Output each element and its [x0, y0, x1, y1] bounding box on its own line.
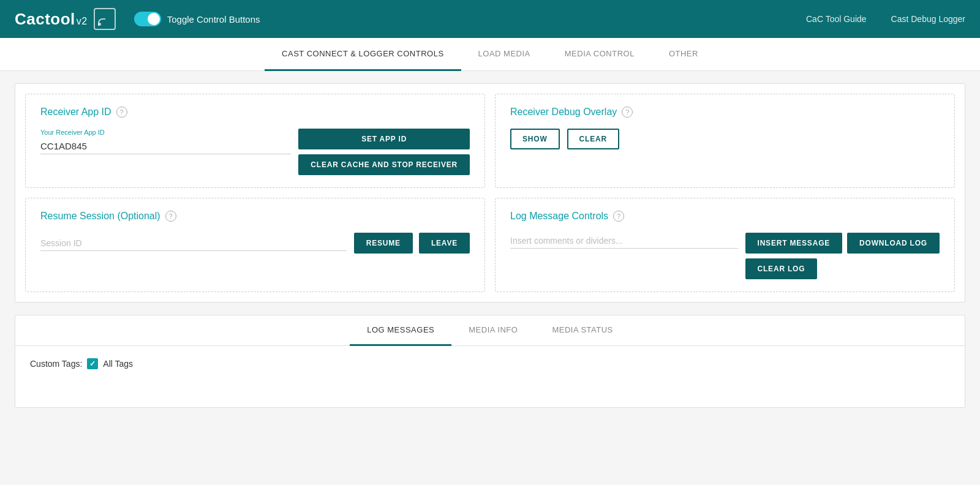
log-buttons-row-2: CLEAR LOG — [745, 258, 940, 279]
nav-cac-tool-guide[interactable]: CaC Tool Guide — [806, 14, 867, 24]
resume-session-buttons: RESUME LEAVE — [354, 233, 470, 254]
receiver-app-id-help-icon[interactable]: ? — [116, 107, 127, 118]
clear-cache-button[interactable]: CLEAR CACHE AND STOP RECEIVER — [298, 154, 470, 175]
log-input-area — [510, 233, 738, 249]
log-buttons: INSERT MESSAGE DOWNLOAD LOG CLEAR LOG — [745, 233, 940, 279]
tab-load-media[interactable]: LOAD MEDIA — [461, 38, 548, 71]
log-buttons-row-1: INSERT MESSAGE DOWNLOAD LOG — [745, 233, 940, 254]
bottom-tab-log-messages[interactable]: LOG MESSAGES — [350, 315, 451, 346]
receiver-app-id-buttons: SET APP ID CLEAR CACHE AND STOP RECEIVER — [298, 129, 470, 175]
receiver-app-id-actions: Your Receiver App ID SET APP ID CLEAR CA… — [40, 129, 470, 175]
logo-text: Cactoolv2 — [15, 10, 88, 29]
logo-version: v2 — [77, 16, 88, 26]
show-debug-button[interactable]: SHOW — [510, 129, 560, 149]
logo: Cactoolv2 — [15, 8, 116, 30]
resume-session-help-icon[interactable]: ? — [165, 211, 176, 222]
log-message-controls-help-icon[interactable]: ? — [613, 211, 624, 222]
toggle-switch[interactable] — [134, 12, 161, 26]
receiver-app-id-input-area: Your Receiver App ID — [40, 129, 291, 154]
bottom-content-area: Custom Tags: All Tags — [15, 346, 965, 407]
receiver-app-id-input-label: Your Receiver App ID — [40, 129, 291, 136]
receiver-app-id-input[interactable] — [40, 138, 291, 154]
nav-cast-debug-logger[interactable]: Cast Debug Logger — [891, 14, 965, 24]
leave-button[interactable]: LEAVE — [419, 233, 470, 254]
log-comment-input[interactable] — [510, 233, 738, 249]
tab-other[interactable]: OTHER — [652, 38, 715, 71]
receiver-app-id-panel: Receiver App ID ? Your Receiver App ID S… — [25, 94, 485, 188]
clear-debug-button[interactable]: CLEAR — [567, 129, 619, 149]
tab-media-control[interactable]: MEDIA CONTROL — [548, 38, 652, 71]
header-nav: CaC Tool Guide Cast Debug Logger — [806, 14, 965, 24]
tab-cast-connect[interactable]: CAST CONNECT & LOGGER CONTROLS — [265, 38, 461, 71]
clear-log-button[interactable]: CLEAR LOG — [745, 258, 818, 279]
toggle-label: Toggle Control Buttons — [167, 14, 260, 24]
session-id-input[interactable] — [40, 235, 347, 251]
all-tags-label: All Tags — [103, 359, 133, 369]
log-message-controls-panel: Log Message Controls ? INSERT MESSAGE DO… — [495, 198, 955, 292]
bottom-tabs-bar: LOG MESSAGES MEDIA INFO MEDIA STATUS — [15, 315, 965, 346]
download-log-button[interactable]: DOWNLOAD LOG — [847, 233, 940, 254]
receiver-debug-buttons: SHOW CLEAR — [510, 129, 940, 149]
resume-session-actions: RESUME LEAVE — [40, 233, 470, 254]
custom-tags-row: Custom Tags: All Tags — [30, 358, 950, 369]
main-content: Receiver App ID ? Your Receiver App ID S… — [0, 71, 980, 420]
session-id-input-area — [40, 235, 347, 251]
log-panel-content: INSERT MESSAGE DOWNLOAD LOG CLEAR LOG — [510, 233, 940, 279]
resume-button[interactable]: RESUME — [354, 233, 413, 254]
custom-tags-label: Custom Tags: — [30, 359, 82, 369]
receiver-app-id-title: Receiver App ID ? — [40, 107, 470, 118]
resume-session-panel: Resume Session (Optional) ? RESUME LEAVE — [25, 198, 485, 292]
cast-icon-dot — [98, 23, 101, 26]
resume-session-title: Resume Session (Optional) ? — [40, 211, 470, 222]
bottom-section: LOG MESSAGES MEDIA INFO MEDIA STATUS Cus… — [15, 315, 965, 408]
all-tags-checkbox[interactable] — [87, 358, 98, 369]
header: Cactoolv2 Toggle Control Buttons CaC Too… — [0, 0, 980, 38]
receiver-debug-help-icon[interactable]: ? — [622, 107, 633, 118]
cast-icon — [94, 8, 116, 30]
bottom-tab-media-status[interactable]: MEDIA STATUS — [535, 315, 630, 346]
receiver-debug-title: Receiver Debug Overlay ? — [510, 107, 940, 118]
main-tabs-bar: CAST CONNECT & LOGGER CONTROLS LOAD MEDI… — [0, 38, 980, 71]
set-app-id-button[interactable]: SET APP ID — [298, 129, 470, 149]
receiver-debug-panel: Receiver Debug Overlay ? SHOW CLEAR — [495, 94, 955, 188]
panels-grid: Receiver App ID ? Your Receiver App ID S… — [15, 83, 965, 303]
insert-message-button[interactable]: INSERT MESSAGE — [745, 233, 843, 254]
logo-bold: Cactool — [15, 10, 75, 28]
log-message-controls-title: Log Message Controls ? — [510, 211, 940, 222]
toggle-control[interactable]: Toggle Control Buttons — [134, 12, 260, 26]
bottom-tab-media-info[interactable]: MEDIA INFO — [451, 315, 535, 346]
